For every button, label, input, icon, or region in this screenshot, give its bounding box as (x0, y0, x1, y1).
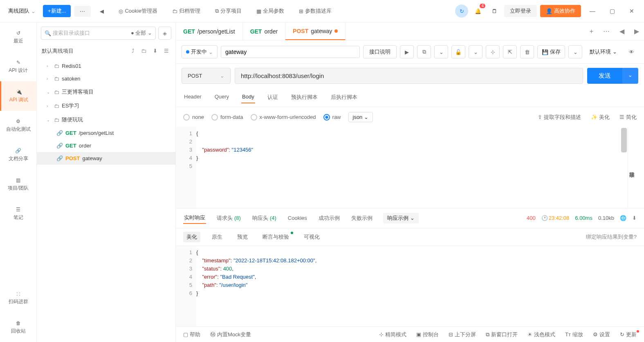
delete-icon[interactable]: 🗑 (520, 45, 534, 58)
nav-share[interactable]: 🔗文档分享 (0, 140, 36, 170)
compact-button[interactable]: ⊹精简模式 (379, 331, 406, 338)
nav-auto[interactable]: ⚙自动化测试 (0, 111, 36, 140)
zoom-button[interactable]: Tт缩放 (565, 331, 583, 338)
send-button[interactable]: 发送 (587, 68, 622, 84)
add-tab-icon[interactable]: + (585, 28, 598, 35)
resp-example-selector[interactable]: 响应示例 ⌄ (383, 213, 419, 224)
notification-icon[interactable]: 🔔4 (471, 4, 485, 18)
settings-button[interactable]: ⚙设置 (593, 331, 610, 338)
req-tab-body[interactable]: Body (241, 91, 255, 103)
resp-tab-resp-headers[interactable]: 响应头(4) (251, 213, 277, 224)
description-button[interactable]: 接口说明 (363, 45, 397, 58)
feedback-icon[interactable]: 🗒 (488, 4, 501, 18)
globe-icon[interactable]: 🌐 (620, 215, 626, 221)
tab[interactable]: GET/person/getList (176, 22, 243, 40)
close-icon[interactable]: ✕ (624, 8, 640, 14)
body-editor[interactable]: 12345 { "password": "123456" } (176, 127, 628, 208)
chevron-down-icon[interactable]: ⌄ (568, 45, 582, 58)
field-desc-label[interactable]: 字段描述 (628, 127, 644, 208)
title-input[interactable] (221, 46, 360, 58)
view-tab-raw[interactable]: 原生 (209, 232, 226, 242)
content-type-selector[interactable]: json ⌄ (348, 112, 373, 122)
nav-note[interactable]: ☰笔记 (0, 199, 36, 228)
update-button[interactable]: ↻更新 (620, 331, 637, 338)
tab[interactable]: POSTgateway (285, 22, 346, 40)
compact-button[interactable]: ☰简化 (619, 114, 637, 121)
req-tab-pre[interactable]: 预执行脚本 (290, 91, 319, 103)
export-icon[interactable]: ⇱ (503, 45, 517, 58)
share-icon[interactable]: ⤴ (130, 47, 136, 55)
resp-tab-fail[interactable]: 失败示例 (350, 213, 373, 224)
theme-button[interactable]: ☀浅色模式 (527, 331, 555, 338)
team-selector[interactable]: 离线团队 ⌄ (4, 5, 40, 17)
login-button[interactable]: 立即登录 (504, 5, 537, 17)
lock-icon[interactable]: 🔓 (451, 45, 465, 58)
save-button[interactable]: 💾保存 (537, 45, 565, 58)
req-tab-query[interactable]: Query (214, 91, 230, 103)
cookie-manager-button[interactable]: ◎ Cookie管理器 (113, 5, 163, 17)
new-button[interactable]: +新建... (43, 5, 71, 17)
prev-tab-icon[interactable]: ◀ (615, 27, 629, 35)
resp-tab-success[interactable]: 成功示例 (318, 213, 341, 224)
search-input[interactable]: 🔍 搜索目录或接口 ● 全部 ⌄ (41, 27, 156, 40)
bind-result-link[interactable]: 绑定响应结果到变量? (586, 233, 637, 241)
req-tab-post[interactable]: 后执行脚本 (330, 91, 358, 103)
view-tab-visual[interactable]: 可视化 (301, 232, 323, 242)
tree-api[interactable]: 🔗GETorder (37, 139, 175, 152)
req-tab-header[interactable]: Header (183, 91, 202, 103)
share-button[interactable]: ⧉ 分享项目 (209, 5, 247, 17)
maximize-icon[interactable]: ▢ (604, 8, 620, 14)
mock-button[interactable]: Ⓜ内置Mock变量 (210, 331, 251, 338)
tree-folder[interactable]: ⌄🗀随便玩玩 (37, 113, 175, 127)
archive-button[interactable]: 🗀 归档管理 (166, 5, 206, 17)
tree-folder[interactable]: ›🗀Redis01 (37, 60, 175, 72)
copy-icon[interactable]: ⧉ (417, 45, 431, 58)
resp-tab-cookies[interactable]: Cookies (287, 213, 308, 223)
view-tab-preview[interactable]: 预览 (234, 232, 251, 242)
next-tab-icon[interactable]: ▶ (629, 27, 644, 35)
tree-api[interactable]: 🔗POSTgateway (37, 152, 175, 165)
new-folder-icon[interactable]: 🗀 (139, 47, 148, 55)
nav-scan[interactable]: ⸬扫码进群 (0, 283, 36, 313)
chevron-down-icon[interactable]: ⌄ (469, 45, 482, 58)
nav-debug[interactable]: 🔌API 调试 (0, 81, 36, 111)
sync-icon[interactable]: ↻ (455, 4, 468, 18)
url-input[interactable] (235, 68, 583, 84)
nav-trash[interactable]: 🗑回收站 (0, 313, 36, 342)
method-selector[interactable]: POST⌄ (182, 68, 231, 84)
collab-button[interactable]: 👤高效协作 (540, 5, 581, 17)
radio-none[interactable]: none (183, 114, 204, 121)
tree-api[interactable]: 🔗GET/person/getList (37, 127, 175, 139)
tree-folder[interactable]: ›🗀satoken (37, 72, 175, 85)
tab[interactable]: GETorder (243, 22, 285, 40)
sort-icon[interactable]: ☰ (162, 47, 171, 55)
global-params-button[interactable]: ▦ 全局参数 (251, 5, 290, 17)
split-button[interactable]: ⊟上下分屏 (449, 331, 476, 338)
more-icon[interactable]: ⋯ (74, 6, 91, 17)
response-editor[interactable]: 123456 { "timestamp": "2022-12-18T15:42:… (176, 246, 644, 327)
branch-icon[interactable]: ⊹ (486, 45, 500, 58)
status-selector[interactable]: 开发中 ⌄ (182, 45, 218, 58)
radio-raw[interactable]: raw (323, 114, 341, 121)
tree-folder[interactable]: ›🗀ES学习 (37, 99, 175, 113)
nav-project[interactable]: ▥项目/团队 (0, 170, 36, 199)
param-lib-button[interactable]: ⊞ 参数描述库 (293, 5, 337, 17)
console-button[interactable]: ▣控制台 (416, 331, 439, 338)
newwin-button[interactable]: ⧉新窗口打开 (486, 331, 518, 338)
radio-urlencoded[interactable]: x-www-form-urlencoded (251, 114, 316, 121)
nav-recent[interactable]: ↺最近 (0, 22, 36, 52)
tree-folder[interactable]: ⌄🗀三更博客项目 (37, 85, 175, 99)
help-button[interactable]: ▢帮助 (183, 331, 200, 338)
nav-design[interactable]: ✎API 设计 (0, 52, 36, 81)
download-icon[interactable]: ⬇ (632, 215, 637, 221)
locate-icon[interactable]: ◈ (158, 27, 171, 40)
resp-tab-req-headers[interactable]: 请求头(8) (216, 213, 242, 224)
chevron-down-icon[interactable]: ⌄ (434, 45, 448, 58)
env-selector[interactable]: 默认环境 ⌄ (586, 46, 621, 58)
eye-icon[interactable]: 👁 (624, 45, 638, 58)
req-tab-auth[interactable]: 认证 (267, 91, 279, 103)
tab-more-icon[interactable]: ⋯ (598, 27, 615, 35)
minimize-icon[interactable]: — (584, 8, 601, 14)
view-tab-assert[interactable]: 断言与校验 (259, 232, 292, 242)
scrollbar[interactable] (621, 128, 627, 152)
